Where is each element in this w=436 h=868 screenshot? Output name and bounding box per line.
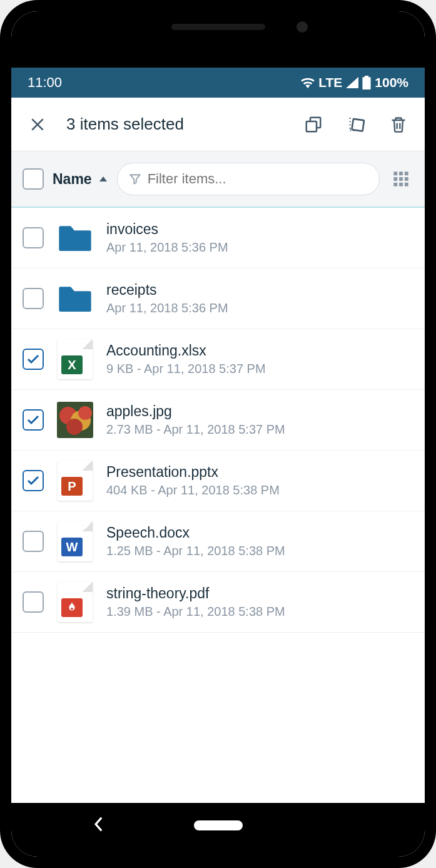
funnel-icon [129,173,141,185]
svg-point-17 [66,419,83,435]
folder-icon [58,283,93,314]
sort-label-text: Name [53,171,92,188]
file-info: Accounting.xlsx9 KB - Apr 11, 2018 5:37 … [106,342,413,376]
svg-rect-13 [405,183,408,186]
copy-button[interactable] [300,111,327,138]
row-checkbox[interactable] [23,591,44,613]
filter-input[interactable] [148,171,368,187]
file-info: Presentation.pptx404 KB - Apr 11, 2018 5… [106,464,413,498]
phone-frame: 11:00 LTE 100% 3 items selected [0,0,436,868]
filter-input-wrap[interactable] [117,163,380,195]
file-icon-wrap [56,219,94,257]
row-checkbox[interactable] [23,349,44,370]
trash-icon [390,115,407,134]
svg-rect-3 [307,121,317,131]
app-bar: 3 items selected [11,98,425,151]
move-button[interactable] [342,111,370,138]
row-checkbox[interactable] [23,288,44,309]
move-icon [346,115,366,135]
svg-rect-5 [393,171,397,175]
sort-button[interactable]: Name [53,171,108,188]
file-row[interactable]: PPresentation.pptx404 KB - Apr 11, 2018 … [11,451,425,511]
docx-badge: W [61,538,83,556]
chevron-left-icon [93,816,104,832]
file-name: invoices [106,221,413,238]
grid-view-icon [392,170,410,188]
document-icon: P [58,461,93,501]
file-icon-wrap [56,280,94,317]
document-icon: X [58,339,93,379]
signal-icon [346,77,358,88]
file-icon-wrap: X [56,340,94,378]
file-name: Accounting.xlsx [106,342,413,359]
row-checkbox[interactable] [23,409,44,431]
checkmark-icon [26,473,41,488]
file-name: receipts [106,282,413,299]
phone-speaker [171,24,265,30]
image-thumbnail [57,402,93,438]
file-name: Speech.docx [106,524,413,541]
checkmark-icon [26,352,41,367]
svg-rect-12 [399,183,403,186]
delete-button[interactable] [385,111,412,138]
status-time: 11:00 [28,74,62,91]
svg-rect-10 [405,177,408,181]
file-row[interactable]: WSpeech.docx1.25 MB - Apr 11, 2018 5:38 … [11,511,425,572]
svg-rect-6 [399,171,403,175]
svg-rect-1 [365,76,369,78]
file-meta: 9 KB - Apr 11, 2018 5:37 PM [106,362,413,376]
close-button[interactable] [24,111,51,138]
row-checkbox[interactable] [23,470,44,491]
status-network: LTE [318,75,342,90]
pptx-badge: P [61,477,83,496]
pdf-badge [61,598,83,617]
file-icon-wrap [56,583,94,621]
phone-camera [297,21,308,33]
file-info: apples.jpg2.73 MB - Apr 11, 2018 5:37 PM [106,403,413,437]
file-meta: 1.39 MB - Apr 11, 2018 5:38 PM [106,605,413,619]
file-meta: Apr 11, 2018 5:36 PM [106,240,413,255]
file-meta: 1.25 MB - Apr 11, 2018 5:38 PM [106,544,413,558]
file-list[interactable]: invoicesApr 11, 2018 5:36 PMreceiptsApr … [11,208,425,803]
file-info: invoicesApr 11, 2018 5:36 PM [106,221,413,255]
svg-point-19 [71,608,73,610]
file-meta: Apr 11, 2018 5:36 PM [106,301,413,315]
svg-rect-0 [363,77,371,89]
row-checkbox[interactable] [23,227,44,248]
file-row[interactable]: apples.jpg2.73 MB - Apr 11, 2018 5:37 PM [11,390,425,451]
file-info: string-theory.pdf1.39 MB - Apr 11, 2018 … [106,585,413,619]
select-all-checkbox[interactable] [23,168,44,190]
svg-rect-7 [405,171,408,175]
file-row[interactable]: XAccounting.xlsx9 KB - Apr 11, 2018 5:37… [11,329,425,390]
svg-rect-9 [399,177,403,181]
sort-asc-icon [98,175,108,183]
document-icon: W [58,521,93,561]
svg-rect-4 [352,118,364,131]
file-row[interactable]: invoicesApr 11, 2018 5:36 PM [11,208,425,268]
file-meta: 404 KB - Apr 11, 2018 5:38 PM [106,483,413,498]
file-info: receiptsApr 11, 2018 5:36 PM [106,282,413,315]
status-right: LTE 100% [301,75,408,90]
row-checkbox[interactable] [23,531,44,552]
home-button[interactable] [194,820,243,830]
back-button[interactable] [93,816,104,835]
svg-rect-8 [393,177,397,181]
file-icon-wrap [56,401,94,439]
battery-full-icon [362,76,371,89]
document-icon [58,582,93,622]
bottom-bezel [11,848,425,857]
file-row[interactable]: string-theory.pdf1.39 MB - Apr 11, 2018 … [11,572,425,633]
top-bezel [11,11,425,68]
checkmark-icon [26,412,41,427]
svg-point-18 [78,406,92,420]
android-nav-bar [11,803,425,848]
grid-view-button[interactable] [388,166,413,191]
phone-screen: 11:00 LTE 100% 3 items selected [11,11,425,857]
file-row[interactable]: receiptsApr 11, 2018 5:36 PM [11,268,425,329]
copy-icon [304,115,323,134]
file-name: apples.jpg [106,403,413,420]
selection-title: 3 items selected [66,115,285,134]
folder-icon [58,223,93,253]
file-info: Speech.docx1.25 MB - Apr 11, 2018 5:38 P… [106,524,413,558]
filter-bar: Name [11,151,425,208]
